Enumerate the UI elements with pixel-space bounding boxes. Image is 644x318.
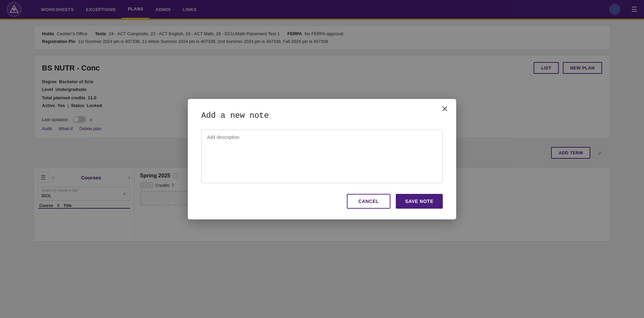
modal-overlay[interactable]: Add a new note ✕ CANCEL SAVE NOTE xyxy=(0,0,644,318)
cancel-button[interactable]: CANCEL xyxy=(347,194,390,209)
modal-textarea[interactable] xyxy=(201,129,443,183)
modal-close-button[interactable]: ✕ xyxy=(441,105,448,113)
modal-dialog: Add a new note ✕ CANCEL SAVE NOTE xyxy=(188,99,456,219)
modal-footer: CANCEL SAVE NOTE xyxy=(201,194,443,209)
save-note-button[interactable]: SAVE NOTE xyxy=(396,194,443,209)
modal-title: Add a new note xyxy=(201,111,443,120)
